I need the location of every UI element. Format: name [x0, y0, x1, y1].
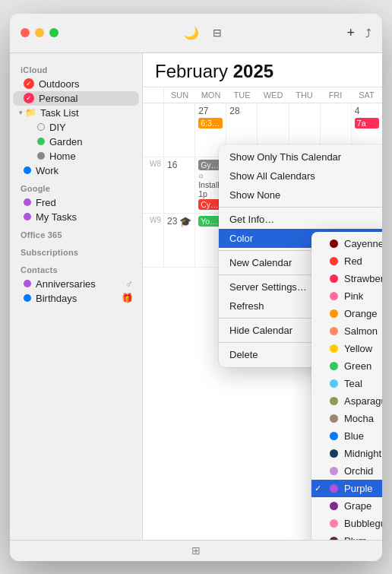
- color-item-cayenne[interactable]: Cayenne: [311, 235, 382, 252]
- orchid-dot: [330, 467, 338, 475]
- cal-cell-23[interactable]: 23 🎓: [164, 214, 195, 267]
- view-toggle-icon[interactable]: ⊟: [213, 27, 222, 39]
- color-item-bubblegum[interactable]: Bubblegum: [311, 515, 382, 532]
- calendar-title: February 2025: [155, 61, 370, 82]
- cayenne-label: Cayenne: [344, 238, 382, 249]
- outdoors-label: Outdoors: [39, 78, 79, 90]
- week-num-1: [143, 103, 164, 157]
- grape-label: Grape: [344, 500, 371, 512]
- color-item-teal[interactable]: Teal: [311, 375, 382, 392]
- calendar-header: February 2025: [143, 53, 382, 87]
- tasklist-chevron-icon: ▾: [19, 109, 23, 116]
- color-item-midnight[interactable]: Midnight: [311, 445, 382, 462]
- sidebar-item-birthdays[interactable]: Birthdays 🎁: [13, 291, 139, 306]
- tasklist-label: Task List: [40, 107, 79, 119]
- calendar-year: 2025: [233, 61, 273, 81]
- work-dot-icon: [24, 166, 31, 174]
- pink-dot: [330, 292, 338, 300]
- menu-item-get-info[interactable]: Get Info…: [219, 210, 382, 229]
- sidebar-section-office365: Office 365: [10, 224, 142, 242]
- mocha-dot: [330, 414, 338, 423]
- delete-label: Delete: [229, 349, 258, 360]
- cal-event[interactable]: 6:30a: [198, 118, 223, 128]
- sidebar-item-tasklist[interactable]: ▾ 📁 Task List: [13, 106, 139, 120]
- work-label: Work: [36, 165, 58, 176]
- sidebar-section-google: Google: [10, 178, 142, 195]
- anniversaries-dot-icon: [24, 280, 31, 287]
- yellow-dot: [330, 344, 338, 353]
- sidebar-item-garden[interactable]: Garden: [13, 135, 139, 149]
- fred-label: Fred: [36, 197, 56, 208]
- day-header-wed: WED: [258, 87, 289, 103]
- color-item-strawberry[interactable]: Strawberry: [311, 270, 382, 287]
- moon-icon[interactable]: 🌙: [184, 26, 199, 40]
- grid-icon[interactable]: ⊞: [191, 544, 201, 557]
- color-item-plum[interactable]: Plum: [311, 532, 382, 540]
- app-window: 🌙 ⊟ + ⤴ iCloud ✓ Outdoors ✓ Personal ▾: [10, 14, 382, 561]
- color-item-salmon[interactable]: Salmon: [311, 322, 382, 340]
- mytasks-dot-icon: [24, 213, 31, 220]
- menu-item-show-all[interactable]: Show All Calendars: [219, 166, 382, 186]
- add-event-icon[interactable]: +: [347, 25, 356, 41]
- menu-item-show-only[interactable]: Show Only This Calendar: [219, 147, 382, 166]
- tasklist-folder-icon: 📁: [25, 107, 36, 118]
- blue-label: Blue: [344, 430, 364, 442]
- yellow-label: Yellow: [344, 343, 372, 354]
- color-item-yellow[interactable]: Yellow: [311, 340, 382, 357]
- purple-label: Purple: [344, 483, 373, 494]
- color-label: Color: [229, 233, 253, 244]
- close-button[interactable]: [21, 28, 30, 37]
- bubblegum-label: Bubblegum: [344, 518, 382, 529]
- share-icon[interactable]: ⤴: [365, 27, 371, 40]
- midnight-dot: [330, 449, 338, 458]
- sidebar-item-outdoors[interactable]: ✓ Outdoors: [13, 77, 139, 91]
- grape-dot: [330, 502, 338, 510]
- teal-dot: [330, 379, 338, 388]
- mytasks-label: My Tasks: [36, 211, 77, 223]
- sidebar-item-diy[interactable]: DIY: [13, 120, 139, 135]
- mocha-label: Mocha: [344, 413, 374, 424]
- color-item-pink[interactable]: Pink: [311, 287, 382, 305]
- color-item-blue[interactable]: Blue: [311, 427, 382, 445]
- day-header-mon: MON: [195, 87, 226, 103]
- graduation-icon: 🎓: [179, 216, 191, 227]
- sidebar: iCloud ✓ Outdoors ✓ Personal ▾ 📁 Task Li…: [10, 53, 143, 540]
- color-item-mocha[interactable]: Mocha: [311, 410, 382, 427]
- cal-cell-16[interactable]: 16: [164, 157, 195, 213]
- cayenne-dot: [330, 239, 338, 248]
- titlebar: 🌙 ⊟ + ⤴: [10, 14, 382, 53]
- birthdays-gift-icon: 🎁: [122, 293, 133, 303]
- week-num-w8: W8: [143, 157, 164, 213]
- outdoors-check-icon: ✓: [24, 78, 34, 89]
- menu-divider-1: [219, 207, 382, 208]
- sidebar-item-personal[interactable]: ✓ Personal: [13, 91, 139, 106]
- sidebar-item-fred[interactable]: Fred: [13, 195, 139, 210]
- color-item-green[interactable]: Green: [311, 357, 382, 375]
- new-calendar-label: New Calendar: [229, 257, 292, 268]
- color-item-red[interactable]: Red: [311, 252, 382, 270]
- calendar-area: February 2025 SUN MON TUE WED THU FRI SA…: [143, 53, 382, 540]
- sidebar-item-work[interactable]: Work: [13, 163, 139, 178]
- color-item-asparagus[interactable]: Asparagus: [311, 392, 382, 410]
- cal-cell[interactable]: [164, 103, 195, 157]
- cal-date-27: 27: [198, 106, 223, 116]
- show-all-label: Show All Calendars: [229, 170, 315, 182]
- color-item-grape[interactable]: Grape: [311, 497, 382, 515]
- pink-label: Pink: [344, 290, 363, 302]
- fred-dot-icon: [24, 198, 31, 206]
- birthdays-label: Birthdays: [36, 293, 77, 304]
- week-num-w9: W9: [143, 214, 164, 267]
- menu-item-show-none[interactable]: Show None: [219, 186, 382, 205]
- birthdays-dot-icon: [24, 294, 31, 302]
- color-item-purple[interactable]: ✓ Purple: [311, 480, 382, 497]
- sidebar-item-mytasks[interactable]: My Tasks: [13, 210, 139, 224]
- sidebar-item-home[interactable]: Home: [13, 149, 139, 163]
- cal-event-4[interactable]: 7a: [355, 118, 379, 128]
- maximize-button[interactable]: [49, 28, 58, 37]
- minimize-button[interactable]: [35, 28, 44, 37]
- sidebar-section-subscriptions: Subscriptions: [10, 242, 142, 259]
- sidebar-item-anniversaries[interactable]: Anniversaries ♂: [13, 277, 139, 291]
- anniversaries-label: Anniversaries: [36, 278, 96, 290]
- color-item-orchid[interactable]: Orchid: [311, 462, 382, 480]
- color-item-orange[interactable]: Orange: [311, 305, 382, 322]
